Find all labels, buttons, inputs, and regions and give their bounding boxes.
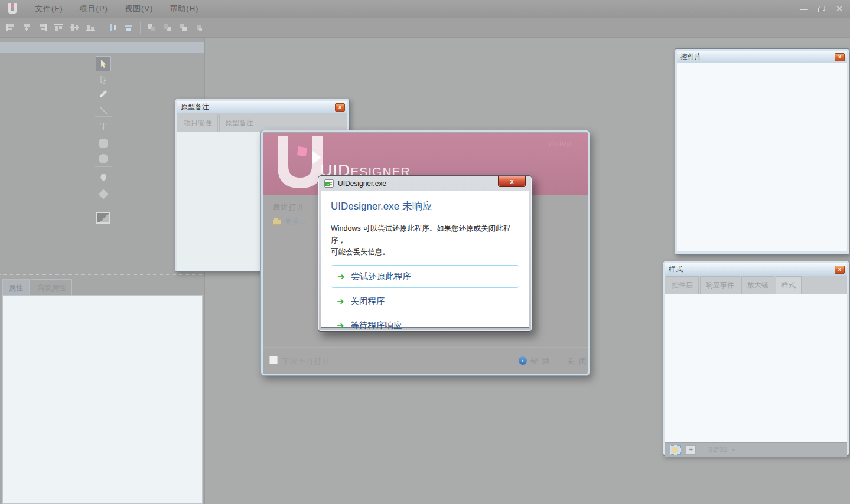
- crash-message: Windows 可以尝试还原此程序。如果您还原或关闭此程序， 可能会丢失信息。: [331, 222, 519, 258]
- bring-to-front-icon[interactable]: [146, 23, 157, 32]
- add-icon[interactable]: +: [686, 445, 696, 455]
- tab-advanced-properties[interactable]: 高级属性: [31, 279, 72, 295]
- library-panel-title: 控件库: [680, 52, 835, 62]
- hand-tool[interactable]: [96, 169, 111, 185]
- notes-panel-titlebar[interactable]: 原型备注 x: [177, 101, 347, 113]
- dock-splitter[interactable]: [0, 274, 204, 275]
- tab-style[interactable]: 样式: [776, 276, 802, 294]
- menu-view[interactable]: 视图(V): [116, 0, 161, 18]
- toolbox-separator: [95, 166, 112, 167]
- toolbox-header: [0, 42, 204, 54]
- send-backward-icon[interactable]: [194, 23, 204, 32]
- style-panel-body: [665, 294, 847, 442]
- align-bottom-icon[interactable]: [86, 23, 96, 32]
- text-tool[interactable]: T: [96, 119, 111, 135]
- style-panel-title: 样式: [669, 264, 835, 274]
- splash-footer: 下次不再打开 i 帮 助 关 闭: [263, 347, 588, 373]
- direct-select-tool[interactable]: [96, 72, 111, 87]
- crash-dialog: → UIDesigner.exe x UIDesigner.exe 未响应 Wi…: [318, 175, 532, 332]
- minimize-icon[interactable]: —: [799, 4, 809, 14]
- dont-show-label[interactable]: 下次不再打开: [282, 356, 330, 366]
- menu-file[interactable]: 文件(F): [27, 0, 71, 18]
- dont-show-checkbox[interactable]: [269, 356, 278, 364]
- folder-icon: [273, 219, 281, 225]
- select-tool[interactable]: [96, 56, 111, 71]
- more-link[interactable]: 更多...: [273, 217, 305, 227]
- help-link[interactable]: 帮 助: [530, 356, 551, 366]
- crash-dialog-body: UIDesigner.exe 未响应 Windows 可以尝试还原此程序。如果您…: [321, 191, 529, 328]
- tab-control-layer[interactable]: 控件层: [666, 276, 699, 294]
- green-arrow-icon: ➔: [337, 272, 345, 281]
- align-center-horizontal-icon[interactable]: [22, 23, 32, 32]
- tab-prototype-notes[interactable]: 原型备注: [219, 114, 259, 132]
- align-middle-vertical-icon[interactable]: [70, 23, 80, 32]
- menu-project[interactable]: 项目(P): [71, 0, 116, 18]
- toolbar-separator: [102, 22, 102, 34]
- align-left-icon[interactable]: [6, 23, 16, 32]
- toolbar-separator: [140, 22, 141, 34]
- align-right-icon[interactable]: [38, 23, 48, 32]
- ellipse-tool[interactable]: [96, 151, 111, 166]
- chevron-down-icon[interactable]: ▾: [732, 447, 735, 453]
- style-panel: 样式 x 控件层 响应事件 放大镜 样式 + 32*32 ▾: [663, 261, 849, 456]
- style-panel-titlebar[interactable]: 样式 x: [665, 263, 847, 276]
- grid-view-icon[interactable]: [670, 445, 681, 455]
- toolbox-separator: [95, 84, 112, 84]
- green-arrow-icon: ➔: [337, 321, 344, 330]
- restore-program-link[interactable]: ➔ 尝试还原此程序: [331, 265, 519, 288]
- align-top-icon[interactable]: [54, 23, 64, 32]
- pencil-tool[interactable]: [96, 86, 111, 102]
- close-link[interactable]: 关 闭: [567, 356, 587, 366]
- wait-program-link[interactable]: ➔ 等待程序响应: [331, 315, 519, 336]
- close-icon[interactable]: ✕: [835, 4, 844, 14]
- toolbox-separator: [95, 116, 112, 117]
- application-icon: →: [324, 179, 334, 188]
- polygon-tool[interactable]: [96, 186, 111, 202]
- alignment-toolbar: [0, 18, 850, 38]
- crash-heading: UIDesigner.exe 未响应: [331, 199, 519, 213]
- property-tabs: 属性 高级属性: [2, 279, 73, 295]
- close-icon[interactable]: x: [835, 53, 845, 61]
- screenshot-tool[interactable]: [96, 210, 111, 225]
- crash-dialog-title: UIDesigner.exe: [338, 179, 386, 188]
- notes-panel-title: 原型备注: [181, 102, 335, 112]
- restore-icon[interactable]: [817, 4, 826, 14]
- green-arrow-icon: ➔: [337, 297, 344, 306]
- style-panel-tabs: 控件层 响应事件 放大镜 样式: [665, 276, 847, 294]
- info-icon: i: [519, 356, 527, 365]
- distribute-vertical-icon[interactable]: [124, 23, 134, 32]
- property-panel-body: [2, 295, 203, 504]
- tab-response-events[interactable]: 响应事件: [700, 276, 740, 294]
- tab-project-management[interactable]: 项目管理: [178, 114, 218, 132]
- app-titlebar: 文件(F) 项目(P) 视图(V) 帮助(H) — ✕: [0, 0, 850, 18]
- left-dock: T 属性 高级属性: [0, 38, 205, 504]
- vendor-label: vintop: [548, 139, 572, 148]
- app-logo-icon: [5, 2, 19, 16]
- menu-help[interactable]: 帮助(H): [161, 0, 207, 18]
- library-panel-titlebar[interactable]: 控件库 x: [677, 51, 847, 63]
- rounded-rect-tool[interactable]: [96, 136, 111, 151]
- bring-forward-icon[interactable]: [178, 23, 188, 32]
- library-panel-body: [677, 63, 847, 251]
- recent-open-label: 最近打开: [273, 202, 305, 212]
- distribute-horizontal-icon[interactable]: [108, 23, 118, 32]
- close-icon[interactable]: x: [498, 176, 526, 187]
- close-icon[interactable]: x: [335, 103, 345, 112]
- style-panel-footer: + 32*32 ▾: [665, 442, 847, 457]
- close-program-link[interactable]: ➔ 关闭程序: [331, 290, 519, 312]
- close-icon[interactable]: x: [835, 266, 845, 274]
- tab-properties[interactable]: 属性: [2, 279, 30, 295]
- send-to-back-icon[interactable]: [162, 23, 172, 32]
- icon-size-label[interactable]: 32*32: [709, 446, 727, 454]
- control-library-panel: 控件库 x: [675, 48, 849, 255]
- tab-magnifier[interactable]: 放大镜: [741, 276, 774, 294]
